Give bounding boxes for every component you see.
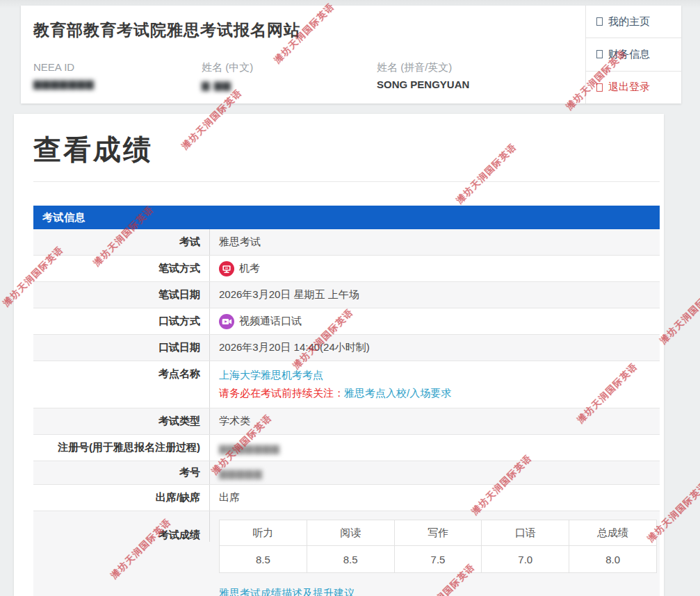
row-value: 上海大学雅思机考考点 请务必在考试前持续关注：雅思考点入校/入场要求 bbox=[210, 361, 660, 408]
table-row-speaking-date: 口试日期 2026年3月20日 14:40(24小时制) bbox=[33, 335, 660, 361]
site-title: 教育部教育考试院雅思考试报名网站 bbox=[33, 19, 585, 41]
home-icon bbox=[596, 17, 603, 26]
score-value-reading: 8.5 bbox=[307, 546, 394, 573]
score-header-row: 听力 阅读 写作 口语 总成绩 bbox=[220, 520, 657, 546]
row-value: 出席 bbox=[210, 485, 660, 511]
header-card: 教育部教育考试院雅思考试报名网站 NEEA ID ▆▆▆▆▆▆▆ 姓名 (中文)… bbox=[21, 6, 681, 104]
header-main: 教育部教育考试院雅思考试报名网站 NEEA ID ▆▆▆▆▆▆▆ 姓名 (中文)… bbox=[21, 6, 585, 104]
table-row-written-date: 笔试日期 2026年3月20日 星期五 上午场 bbox=[33, 282, 660, 308]
menu-item-my-homepage[interactable]: 我的主页 bbox=[586, 6, 681, 38]
venue-requirements-link[interactable]: 雅思考点入校/入场要求 bbox=[344, 387, 451, 399]
score-header-reading: 阅读 bbox=[307, 520, 394, 546]
row-label: 笔试方式 bbox=[33, 256, 210, 281]
table-row-exam: 考试 雅思考试 bbox=[33, 229, 660, 256]
header-menu: 我的主页 财务信息 退出登录 bbox=[585, 6, 681, 104]
table-row-speaking-mode: 口试方式 视频通话口试 bbox=[33, 308, 660, 335]
row-label: 笔试日期 bbox=[33, 282, 210, 308]
row-label: 出席/缺席 bbox=[33, 485, 210, 511]
user-info: NEEA ID ▆▆▆▆▆▆▆ 姓名 (中文) ▆ ▆▆ 姓名 (拼音/英文) … bbox=[33, 61, 578, 91]
menu-item-label: 我的主页 bbox=[608, 15, 650, 28]
row-value: 机考 bbox=[210, 256, 660, 281]
row-value: 视频通话口试 bbox=[210, 308, 660, 334]
row-label: 口试方式 bbox=[33, 308, 210, 334]
score-header-speaking: 口语 bbox=[482, 520, 569, 546]
en-name-label: 姓名 (拼音/英文) bbox=[377, 61, 545, 74]
en-name-block: 姓名 (拼音/英文) SONG PENGYUAN bbox=[377, 61, 545, 91]
score-table: 听力 阅读 写作 口语 总成绩 8.5 8.5 7.5 7.0 8.0 bbox=[219, 520, 657, 573]
cn-name-label: 姓名 (中文) bbox=[202, 61, 377, 74]
score-value-listening: 8.5 bbox=[220, 546, 307, 573]
score-value-speaking: 7.0 bbox=[482, 546, 569, 573]
row-label: 考试 bbox=[33, 229, 210, 255]
score-description-link[interactable]: 雅思考试成绩描述及提升建议 bbox=[219, 585, 660, 596]
video-camera-icon bbox=[219, 314, 234, 329]
row-value-text: 视频通话口试 bbox=[239, 315, 302, 328]
row-value: 雅思考试 bbox=[210, 229, 660, 255]
table-row-written-mode: 笔试方式 机考 bbox=[33, 256, 660, 282]
row-value-masked: ▆▆▆▆▆▆▆ bbox=[210, 435, 660, 461]
table-row-registration-no: 注册号(用于雅思报名注册过程) ▆▆▆▆▆▆▆ bbox=[33, 435, 660, 461]
score-value-row: 8.5 8.5 7.5 7.0 8.0 bbox=[220, 546, 657, 573]
row-label: 考试成绩 bbox=[33, 511, 210, 542]
table-row-candidate-no: 考号 ▆▆▆▆▆ bbox=[33, 461, 660, 485]
scores-cell: 听力 阅读 写作 口语 总成绩 8.5 8.5 7.5 7.0 8.0 bbox=[210, 511, 660, 596]
finance-icon bbox=[596, 50, 603, 58]
score-links: 雅思考试成绩描述及提升建议 雅思考试成绩与中国英语能力等级量表对接结果 bbox=[219, 585, 660, 596]
row-value: 2026年3月20日 星期五 上午场 bbox=[210, 282, 660, 308]
venue-notice-text: 请务必在考试前持续关注： bbox=[219, 387, 344, 399]
score-value-overall: 8.0 bbox=[569, 546, 657, 573]
page: 教育部教育考试院雅思考试报名网站 NEEA ID ▆▆▆▆▆▆▆ 姓名 (中文)… bbox=[0, 0, 700, 596]
venue-link[interactable]: 上海大学雅思机考考点 bbox=[219, 369, 323, 381]
title-divider bbox=[33, 181, 660, 182]
table-row-exam-type: 考试类型 学术类 bbox=[33, 408, 660, 435]
main-panel: 查看成绩 考试信息 考试 雅思考试 笔试方式 bbox=[14, 114, 664, 596]
row-label: 考试类型 bbox=[33, 408, 210, 434]
row-value-text: 机考 bbox=[239, 262, 260, 275]
neea-id-label: NEEA ID bbox=[33, 61, 202, 73]
neea-id-value-masked: ▆▆▆▆▆▆▆ bbox=[33, 77, 202, 90]
menu-item-label: 财务信息 bbox=[608, 48, 650, 61]
row-label: 注册号(用于雅思报名注册过程) bbox=[33, 435, 210, 461]
cn-name-block: 姓名 (中文) ▆ ▆▆ bbox=[202, 61, 377, 91]
row-value: 2026年3月20日 14:40(24小时制) bbox=[210, 335, 660, 361]
en-name-value: SONG PENGYUAN bbox=[377, 78, 545, 90]
row-value: 学术类 bbox=[210, 408, 660, 434]
row-label: 考号 bbox=[33, 461, 210, 484]
table-row-attendance: 出席/缺席 出席 bbox=[33, 485, 660, 511]
row-label: 口试日期 bbox=[33, 335, 210, 361]
table-row-venue: 考点名称 上海大学雅思机考考点 请务必在考试前持续关注：雅思考点入校/入场要求 bbox=[33, 361, 660, 408]
logout-icon bbox=[596, 83, 603, 92]
cn-name-value-masked: ▆ ▆▆ bbox=[202, 78, 377, 91]
score-header-listening: 听力 bbox=[220, 520, 307, 546]
page-title: 查看成绩 bbox=[33, 131, 660, 169]
row-label: 考点名称 bbox=[33, 361, 210, 408]
neea-id-block: NEEA ID ▆▆▆▆▆▆▆ bbox=[33, 61, 202, 91]
menu-item-label: 退出登录 bbox=[608, 81, 650, 94]
menu-item-logout[interactable]: 退出登录 bbox=[586, 72, 681, 104]
exam-info-table: 考试信息 考试 雅思考试 笔试方式 机考 bbox=[33, 206, 660, 596]
computer-icon bbox=[219, 261, 234, 276]
menu-item-finance-info[interactable]: 财务信息 bbox=[586, 38, 681, 71]
row-value-masked: ▆▆▆▆▆ bbox=[210, 461, 660, 484]
score-header-writing: 写作 bbox=[394, 520, 482, 546]
table-row-scores: 考试成绩 听力 阅读 写作 口语 总成绩 8.5 8.5 bbox=[33, 511, 660, 596]
score-value-writing: 7.5 bbox=[394, 546, 482, 573]
score-header-overall: 总成绩 bbox=[569, 520, 657, 546]
exam-info-table-header: 考试信息 bbox=[33, 206, 660, 229]
